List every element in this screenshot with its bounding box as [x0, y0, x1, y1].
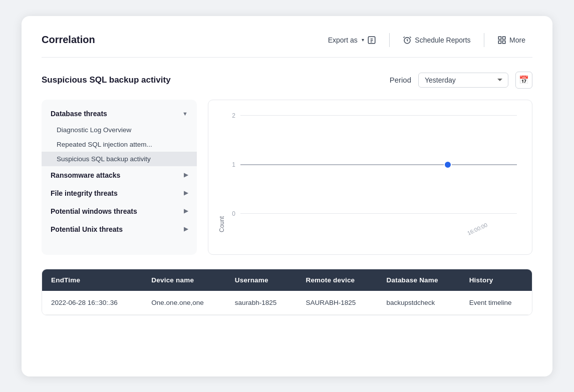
table-row: 2022-06-28 16::30:.36 One.one.one,one sa… [42, 291, 532, 315]
cell-username: saurabh-1825 [226, 291, 297, 315]
nav-group-file-integrity-label: File integrity threats [51, 189, 118, 197]
period-label: Period [390, 76, 411, 84]
nav-item-sql-injection[interactable]: Repeated SQL injection attem... [42, 137, 197, 152]
nav-group-windows-threats-label: Potential windows threats [51, 207, 137, 215]
col-history: History [460, 269, 532, 291]
page-title: Correlation [42, 34, 95, 46]
x-axis-labels: 16:00:00 [240, 226, 517, 232]
svg-rect-5 [503, 41, 505, 43]
nav-group-database-threats[interactable]: Database threats ▼ [42, 105, 197, 123]
col-device-name: Device name [142, 269, 226, 291]
page-header: Correlation Export as ▾ [42, 32, 532, 58]
section-title: Suspicious SQL backup activity [42, 75, 171, 85]
main-content: Database threats ▼ Diagnostic Log Overvi… [42, 100, 532, 255]
nav-group-unix-threats[interactable]: Potential Unix threats ▶ [42, 220, 197, 238]
period-row: Period Yesterday Today Last 7 days Last … [390, 72, 532, 89]
chevron-down-icon: ▼ [182, 111, 188, 117]
svg-point-8 [444, 161, 451, 168]
chart-svg [240, 112, 517, 217]
export-icon [367, 36, 376, 45]
section-title-row: Suspicious SQL backup activity Period Ye… [42, 72, 532, 89]
alarm-icon [403, 36, 412, 45]
cell-database-name: backupstdcheck [378, 291, 460, 315]
chevron-right-icon2: ▶ [184, 190, 188, 196]
nav-item-sql-backup[interactable]: Suspicious SQL backup activity [42, 152, 197, 166]
col-end-time: EndTime [42, 269, 142, 291]
y-tick-1: 1 [227, 161, 235, 168]
schedule-reports-button[interactable]: Schedule Reports [396, 32, 477, 48]
y-tick-0: 0 [227, 210, 235, 217]
nav-group-file-integrity[interactable]: File integrity threats ▶ [42, 184, 197, 202]
x-label-1: 16:00:00 [466, 221, 488, 236]
export-label: Export as [328, 36, 358, 44]
period-select[interactable]: Yesterday Today Last 7 days Last 30 days… [418, 73, 508, 88]
svg-rect-3 [503, 37, 505, 39]
cell-remote-device: SAURABH-1825 [297, 291, 377, 315]
data-table: EndTime Device name Username Remote devi… [42, 269, 532, 315]
chevron-right-icon3: ▶ [184, 208, 188, 214]
nav-group-ransomware[interactable]: Ransomware attacks ▶ [42, 166, 197, 184]
nav-group-ransomware-label: Ransomware attacks [51, 171, 120, 179]
cell-device-name: One.one.one,one [142, 291, 226, 315]
col-username: Username [226, 269, 297, 291]
main-card: Correlation Export as ▾ [22, 16, 552, 376]
nav-item-diagnostic-log[interactable]: Diagnostic Log Overview [42, 123, 197, 137]
y-axis-label: Count [218, 112, 225, 232]
grid-icon [497, 36, 506, 45]
divider2 [484, 33, 485, 47]
nav-group-windows-threats[interactable]: Potential windows threats ▶ [42, 202, 197, 220]
svg-rect-2 [498, 37, 501, 39]
nav-group-unix-threats-label: Potential Unix threats [51, 225, 123, 233]
svg-rect-4 [498, 41, 501, 43]
cell-history[interactable]: Event timeline [460, 291, 532, 315]
cell-end-time: 2022-06-28 16::30:.36 [42, 291, 142, 315]
schedule-label: Schedule Reports [415, 36, 470, 44]
col-remote-device: Remote device [297, 269, 377, 291]
chevron-right-icon: ▶ [184, 172, 188, 178]
chevron-down-icon: ▾ [362, 37, 364, 43]
calendar-button[interactable]: 📅 [515, 72, 532, 89]
nav-group-database-threats-label: Database threats [51, 110, 107, 118]
more-label: More [509, 36, 525, 44]
export-button[interactable]: Export as ▾ [321, 32, 383, 48]
divider [389, 33, 390, 47]
more-button[interactable]: More [490, 32, 532, 48]
y-tick-2: 2 [227, 112, 235, 119]
table-header-row: EndTime Device name Username Remote devi… [42, 269, 532, 291]
event-timeline-link[interactable]: Event timeline [469, 299, 512, 306]
nav-panel: Database threats ▼ Diagnostic Log Overvi… [42, 100, 197, 255]
chart-area: Count 2 1 0 [208, 100, 532, 255]
col-database-name: Database Name [378, 269, 460, 291]
header-actions: Export as ▾ Schedu [321, 32, 532, 48]
chevron-right-icon4: ▶ [184, 226, 188, 232]
calendar-icon: 📅 [519, 75, 529, 85]
